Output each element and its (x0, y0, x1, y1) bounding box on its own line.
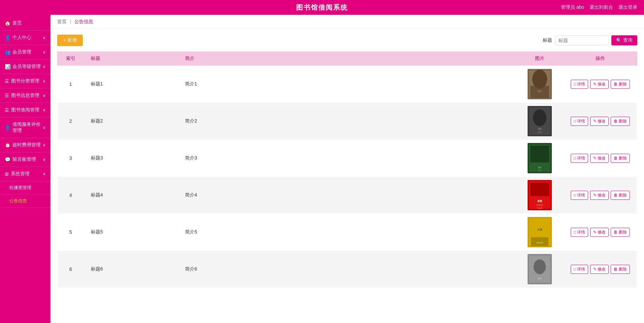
edit-button[interactable]: ✎ 修改 (590, 191, 609, 200)
sidebar-item-borrow[interactable]: ☰ 图书借阅管理 ∨ (0, 103, 50, 117)
delete-button[interactable]: 🗑 删除 (611, 228, 630, 237)
svg-text:图书: 图书 (538, 278, 542, 280)
new-button[interactable]: + 新增 (57, 35, 83, 46)
table-row: 4 标题4 简介4 思想政治经济学习读本 □ 详情 ✎ 修改 🗑 删除 (57, 177, 637, 214)
sidebar-label-overdue: 超时费用管理 (12, 142, 41, 148)
sidebar-label-profile: 个人中心 (12, 35, 31, 41)
cell-title: 标题3 (84, 140, 178, 177)
sidebar-label-borrow: 图书借阅管理 (11, 107, 39, 113)
breadcrumb-home[interactable]: 首页 (57, 19, 67, 24)
svg-text:经济学: 经济学 (538, 132, 542, 133)
detail-button[interactable]: □ 详情 (571, 80, 588, 89)
edit-button[interactable]: ✎ 修改 (590, 80, 609, 89)
admin-label: 管理员 abo (561, 4, 584, 10)
breadcrumb-current: 公告信息 (74, 19, 93, 24)
sidebar-item-member[interactable]: 👥 会员管理 ∨ (0, 45, 50, 60)
col-header-intro: 简介 (178, 51, 516, 66)
delete-button[interactable]: 🗑 删除 (611, 117, 630, 126)
detail-button[interactable]: □ 详情 (571, 265, 588, 274)
delete-icon: 🗑 (614, 267, 618, 272)
detail-button[interactable]: □ 详情 (571, 117, 588, 126)
cell-index: 2 (57, 103, 84, 140)
cell-intro: 简介4 (178, 177, 516, 214)
svg-text:历史文学: 历史文学 (536, 242, 543, 244)
cell-img: 城市风景 (516, 140, 563, 177)
book-cover: 管理经济学 (528, 106, 552, 136)
svg-text:传记: 传记 (538, 90, 542, 92)
cell-ops: □ 详情 ✎ 修改 🗑 删除 (563, 251, 637, 288)
sidebar-item-carousel[interactable]: 轮播图管理 (0, 181, 50, 194)
sidebar-item-member-level[interactable]: 📊 会员等级管理 ∨ (0, 60, 50, 74)
cell-title: 标题2 (84, 103, 178, 140)
ops-group: □ 详情 ✎ 修改 🗑 删除 (567, 80, 634, 89)
cell-index: 1 (57, 66, 84, 103)
edit-icon: ✎ (593, 230, 597, 235)
logout-button[interactable]: 退出登录 (618, 4, 637, 10)
detail-button[interactable]: □ 详情 (571, 228, 588, 237)
detail-icon: □ (574, 230, 576, 235)
cell-intro: 简介1 (178, 66, 516, 103)
delete-icon: 🗑 (614, 230, 618, 235)
home-icon: 🏠 (5, 21, 10, 26)
cell-intro: 简介6 (178, 251, 516, 288)
svg-point-7 (533, 109, 546, 126)
edit-button[interactable]: ✎ 修改 (590, 117, 609, 126)
col-header-ops: 操作 (563, 51, 637, 66)
book-category-icon: ☰ (5, 78, 9, 84)
detail-button[interactable]: □ 详情 (571, 191, 588, 200)
content-area: 首页 | 公告信息 + 新增 标题 🔍 查询 索引 标题 (50, 15, 644, 323)
delete-button[interactable]: 🗑 删除 (611, 191, 630, 200)
sidebar-item-profile[interactable]: 👤 个人中心 ∨ (0, 31, 50, 45)
search-button[interactable]: 🔍 查询 (611, 35, 637, 45)
sidebar-item-home[interactable]: 🏠 首页 (0, 16, 50, 31)
cell-index: 4 (57, 177, 84, 214)
ops-group: □ 详情 ✎ 修改 🗑 删除 (567, 265, 634, 274)
system-icon: ⊞ (5, 171, 9, 177)
sidebar-item-review[interactable]: 👤 借阅服务评价管理 ∨ (0, 117, 50, 138)
cell-ops: □ 详情 ✎ 修改 🗑 删除 (563, 66, 637, 103)
edit-button[interactable]: ✎ 修改 (590, 228, 609, 237)
delete-button[interactable]: 🗑 删除 (611, 80, 630, 89)
book-cover: 人文历史文学 (528, 217, 552, 247)
sidebar-item-notice[interactable]: 公告信息 (0, 194, 50, 208)
delete-button[interactable]: 🗑 删除 (611, 154, 630, 163)
search-input[interactable] (555, 35, 609, 45)
cell-img: 传记 (516, 66, 563, 103)
svg-point-28 (534, 259, 546, 274)
edit-icon: ✎ (593, 82, 597, 86)
back-to-frontend[interactable]: 退出到前台 (589, 4, 613, 10)
sidebar-label-system: 系统管理 (11, 171, 30, 177)
detail-button[interactable]: □ 详情 (571, 154, 588, 163)
book-cover: 城市风景 (528, 143, 552, 173)
table-body: 1 标题1 简介1 传记 □ 详情 ✎ 修改 🗑 删除 (57, 66, 637, 288)
sidebar-label-home: 首页 (12, 20, 22, 26)
data-table: 索引 标题 简介 图片 操作 1 标题1 简介1 传记 (57, 51, 637, 288)
sidebar-item-guestbook[interactable]: 💬 留言板管理 ∨ (0, 152, 50, 167)
sidebar-item-book-category[interactable]: ☰ 图书分类管理 ∨ (0, 74, 50, 88)
cell-index: 3 (57, 140, 84, 177)
overdue-icon: ⏰ (5, 142, 10, 148)
edit-icon: ✎ (593, 119, 597, 123)
table-row: 1 标题1 简介1 传记 □ 详情 ✎ 修改 🗑 删除 (57, 66, 637, 103)
delete-icon: 🗑 (614, 119, 618, 123)
sidebar-item-book-info[interactable]: ☰ 图书信息管理 ∨ (0, 88, 50, 103)
edit-button[interactable]: ✎ 修改 (590, 265, 609, 274)
chevron-down-icon: ∨ (43, 79, 46, 83)
table-row: 6 标题6 简介6 图书 □ 详情 ✎ 修改 🗑 删除 (57, 251, 637, 288)
review-icon: 👤 (5, 125, 10, 130)
detail-icon: □ (574, 193, 576, 198)
sidebar-item-system[interactable]: ⊞ 系统管理 ∧ (0, 167, 50, 181)
sidebar-label-notice: 公告信息 (9, 198, 27, 203)
cell-img: 人文历史文学 (516, 214, 563, 251)
edit-button[interactable]: ✎ 修改 (590, 154, 609, 163)
svg-rect-12 (530, 146, 549, 163)
cell-ops: □ 详情 ✎ 修改 🗑 删除 (563, 103, 637, 140)
cell-intro: 简介3 (178, 140, 516, 177)
svg-text:管理: 管理 (538, 128, 541, 130)
svg-point-3 (532, 70, 547, 88)
svg-text:城市: 城市 (537, 166, 542, 169)
delete-button[interactable]: 🗑 删除 (611, 265, 630, 274)
svg-text:人文: 人文 (537, 228, 542, 231)
sidebar-item-overdue[interactable]: ⏰ 超时费用管理 ∨ (0, 138, 50, 152)
table-row: 5 标题5 简介5 人文历史文学 □ 详情 ✎ 修改 🗑 删除 (57, 214, 637, 251)
